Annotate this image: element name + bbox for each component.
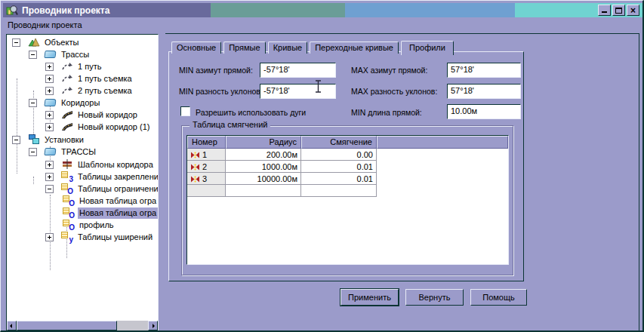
- expand-icon[interactable]: [45, 173, 54, 181]
- table-row[interactable]: 2 1000.00м 0.01: [187, 161, 508, 173]
- tree-item-label: Коридоры: [60, 97, 101, 109]
- tree-item-anchor-tables[interactable]: 3 Таблицы закреплений: [7, 171, 158, 183]
- number-cell: 3: [187, 173, 226, 185]
- title-bar[interactable]: Проводник проекта ×: [3, 3, 642, 17]
- tree-item-new-constraint-table-selected[interactable]: O Новая таблица огра: [7, 207, 158, 219]
- column-header-number[interactable]: Номер: [187, 136, 226, 149]
- expand-icon[interactable]: [45, 75, 54, 83]
- tab-krivye[interactable]: Кривые: [268, 42, 308, 54]
- project-tree[interactable]: Объекты Трассы 1 путь 1 путь съемка 2 пу…: [6, 34, 159, 331]
- table-row-empty[interactable]: [187, 185, 508, 197]
- doc-letter-icon: O: [63, 208, 75, 218]
- tree-item-widening-tables[interactable]: у Таблицы уширений: [7, 231, 158, 243]
- smoothing-cell: 0.00: [301, 149, 377, 161]
- collapse-icon[interactable]: [12, 38, 20, 47]
- tree-item-corridors[interactable]: Коридоры: [7, 97, 158, 109]
- smoothing-cell: 0.01: [301, 161, 377, 173]
- expand-icon[interactable]: [45, 111, 54, 119]
- number-cell: [187, 185, 226, 197]
- close-button[interactable]: ×: [627, 5, 639, 16]
- min-slope-dif-label: MIN разность уклонов:: [179, 87, 263, 96]
- tree-item-label: ТРАССЫ: [60, 146, 97, 158]
- tree-item-new-corridor[interactable]: Новый коридор: [7, 109, 158, 121]
- collapse-icon[interactable]: [45, 185, 54, 193]
- smoothing-table[interactable]: Номер Радиус Смягчение 1 200.00м 0.00 2 …: [186, 135, 509, 265]
- allow-arcs-checkbox[interactable]: [180, 106, 190, 116]
- maximize-icon: [615, 8, 622, 14]
- tree-item-path2-survey[interactable]: 2 путь съемка: [7, 85, 158, 97]
- settings-icon: [28, 134, 40, 145]
- tree-item-constraint-tables[interactable]: O Таблицы ограничений: [7, 183, 158, 195]
- tab-profili[interactable]: Профили: [401, 41, 454, 55]
- expand-icon[interactable]: [45, 233, 54, 241]
- radius-cell: 1000.00м: [226, 161, 301, 173]
- max-azimuth-input[interactable]: 57°18': [447, 63, 521, 78]
- scroll-left-button[interactable]: [7, 321, 17, 330]
- folder-icon: [45, 146, 57, 157]
- tree-item-label: профиль: [78, 220, 116, 231]
- tab-osnovnye[interactable]: Основные: [171, 42, 221, 54]
- min-slope-dif-input[interactable]: -57°18': [260, 84, 336, 99]
- tree-item-new-corridor-1[interactable]: Новый коридор (1): [7, 121, 158, 133]
- apply-button[interactable]: Применить: [340, 289, 399, 306]
- expand-icon[interactable]: [45, 63, 54, 71]
- tree-item-settings[interactable]: Установки: [7, 134, 158, 146]
- collapse-icon[interactable]: [29, 148, 37, 156]
- tree-item-label: 1 путь: [76, 61, 103, 72]
- tree-item-trassy[interactable]: Трассы: [7, 48, 158, 60]
- collapse-icon[interactable]: [29, 51, 37, 59]
- bowtie-marker-icon: [190, 176, 200, 183]
- column-header-smoothing[interactable]: Смягчение: [301, 136, 377, 149]
- collapse-icon[interactable]: [12, 136, 20, 144]
- tree-item-profile[interactable]: O профиль: [7, 219, 158, 231]
- tree-item-path1[interactable]: 1 путь: [7, 60, 158, 72]
- min-azimuth-input[interactable]: -57°18': [260, 63, 336, 78]
- maximize-button[interactable]: [612, 5, 625, 16]
- window-title: Проводник проекта: [22, 5, 109, 16]
- panel-divider: [165, 33, 639, 34]
- route-icon: [61, 85, 73, 96]
- table-row[interactable]: 1 200.00м 0.00: [187, 149, 508, 161]
- table-row[interactable]: 3 10000.00м 0.01: [187, 173, 508, 185]
- route-icon: [61, 61, 73, 72]
- bowtie-marker-icon: [190, 152, 200, 158]
- collapse-icon[interactable]: [29, 99, 37, 107]
- tree-item-path1-survey[interactable]: 1 путь съемка: [7, 72, 158, 85]
- tree-item-trassy-settings[interactable]: ТРАССЫ: [7, 146, 158, 158]
- tree-item-label: 2 путь съемка: [76, 85, 134, 97]
- tree-item-objects[interactable]: Объекты: [7, 36, 158, 48]
- project-explorer-icon: [6, 5, 18, 16]
- tab-page-profili: MIN азимут прямой: -57°18' MAX азимут пр…: [168, 51, 524, 281]
- project-explorer-window: Проводник проекта × Проводник проекта Об…: [0, 0, 644, 332]
- horizontal-scrollbar[interactable]: [7, 321, 158, 330]
- scrollbar-thumb[interactable]: [17, 321, 117, 330]
- tree-item-new-constraint-table[interactable]: O Новая таблица огра: [7, 195, 158, 207]
- max-azimuth-label: MAX азимут прямой:: [351, 66, 427, 75]
- tab-pryamye[interactable]: Прямые: [223, 42, 265, 54]
- menu-item-project-explorer[interactable]: Проводник проекта: [3, 19, 87, 31]
- tree-item-label: Новый коридор: [76, 109, 139, 121]
- expand-icon[interactable]: [45, 161, 54, 169]
- expand-icon[interactable]: [45, 123, 54, 131]
- route-icon: [61, 73, 73, 84]
- text-cursor-icon: [315, 80, 322, 93]
- column-header-filler: [377, 136, 508, 149]
- folder-icon: [45, 97, 57, 108]
- max-slope-dif-label: MAX разность уклонов:: [351, 87, 437, 96]
- revert-button[interactable]: Вернуть: [405, 289, 464, 306]
- expand-icon[interactable]: [45, 87, 54, 95]
- bowtie-marker-icon: [190, 164, 200, 171]
- tab-perehodnye-krivye[interactable]: Переходные кривые: [310, 42, 399, 54]
- max-slope-dif-input[interactable]: 57°18': [447, 84, 521, 99]
- column-header-radius[interactable]: Радиус: [226, 136, 301, 149]
- doc-letter-icon: O: [63, 220, 75, 230]
- scroll-right-button[interactable]: [148, 321, 158, 330]
- help-button[interactable]: Помощь: [470, 289, 527, 306]
- doc-letter-icon: 3: [61, 171, 73, 182]
- close-icon: ×: [630, 7, 636, 14]
- tree-item-corridor-templates[interactable]: Шаблоны коридора: [7, 158, 158, 171]
- minimize-button[interactable]: [598, 5, 611, 16]
- min-length-input[interactable]: 10.00м: [447, 104, 521, 119]
- min-azimuth-label: MIN азимут прямой:: [179, 66, 253, 75]
- tree-item-label: Новый коридор (1): [76, 121, 151, 133]
